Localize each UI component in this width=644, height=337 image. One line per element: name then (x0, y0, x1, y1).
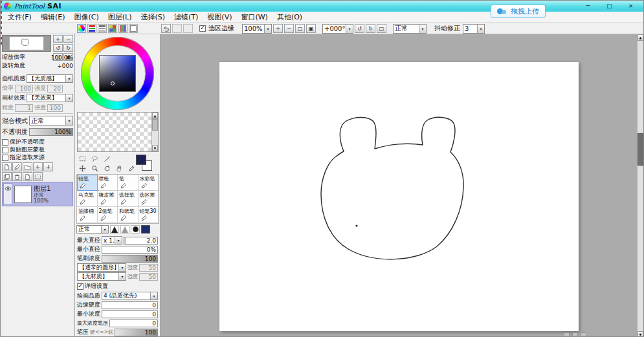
canvas-viewport[interactable] (161, 34, 638, 337)
merge-down-button[interactable] (43, 162, 53, 171)
menu-window[interactable]: 窗口(W) (236, 12, 272, 23)
tool-airbrush[interactable]: 喷枪 (98, 175, 118, 191)
scratchpad[interactable]: ▲ ▼ (77, 112, 159, 152)
tool-paper-pen[interactable]: 和纸笔 (118, 207, 139, 223)
pen-pressure-slider[interactable]: 100 (115, 329, 158, 336)
transfer-down-button[interactable] (33, 162, 43, 171)
selection-source-checkbox[interactable] (2, 155, 8, 161)
layer-mask-button[interactable] (33, 172, 43, 181)
move-tool[interactable] (77, 164, 87, 173)
preserve-opacity-checkbox[interactable] (2, 139, 8, 146)
paper-strength-slider[interactable]: 20 (47, 85, 63, 92)
scroll-down-button[interactable]: ▼ (638, 331, 643, 337)
menu-layer[interactable]: 图层(L) (104, 12, 137, 23)
navigator-rotate-cw-button[interactable]: ↻ (63, 44, 73, 52)
saturation-value-square[interactable] (100, 56, 135, 91)
menu-view[interactable]: 视图(V) (203, 12, 236, 23)
brush-blend-select[interactable]: 正常▾ (76, 225, 109, 234)
title-bar[interactable]: PaintTool SAI ─ □ × (1, 1, 643, 12)
scratchpad-scroll-up[interactable]: ▲ (152, 113, 158, 119)
tool-watercolor[interactable]: 水彩笔 (139, 175, 159, 191)
zoom-select[interactable]: 100%▾ (242, 24, 272, 34)
scratchpad-scroll-down[interactable]: ▼ (152, 145, 158, 151)
status-icon[interactable] (581, 332, 586, 337)
toolbar-button-2[interactable] (172, 24, 182, 33)
minimize-button[interactable]: ─ (579, 1, 597, 11)
undo-button[interactable] (161, 24, 171, 33)
color-wheel[interactable] (81, 37, 154, 110)
brush-texture-select[interactable]: 【无材质】▾ (77, 272, 126, 281)
diameter-unit-select[interactable]: x 1.0▾ (102, 236, 122, 245)
brush-tip-soft-icon[interactable] (120, 225, 129, 234)
material-effect-select[interactable]: 【无效果】▾ (27, 94, 73, 102)
zoom-reset-button[interactable]: ▣ (306, 24, 316, 33)
lasso-tool[interactable] (89, 155, 100, 163)
rotate-view-tool[interactable] (102, 164, 112, 173)
new-layer-set-button[interactable] (23, 162, 32, 171)
swatches-tab[interactable] (118, 24, 128, 33)
brush-shape-select[interactable]: 【通常的圆形】▾ (77, 263, 126, 272)
color-wheel-tab[interactable] (77, 24, 86, 33)
quality-select[interactable]: 4 (品质优先)▾ (102, 292, 158, 300)
tool-deselect-pen[interactable]: 选区擦 (139, 191, 159, 207)
brush-tip-hard-icon[interactable] (110, 225, 119, 234)
tool-bucket[interactable]: 油漆桶 (77, 207, 98, 223)
tool-binary-pen[interactable]: 2值笔 (98, 207, 118, 223)
scrollbar-thumb[interactable] (638, 133, 643, 166)
max-diameter-slider[interactable]: 2.0 (124, 237, 158, 245)
close-button[interactable]: × (621, 1, 640, 11)
menu-image[interactable]: 图像(C) (69, 12, 103, 23)
hsv-sliders-tab[interactable] (98, 24, 107, 33)
tool-select-pen[interactable]: 选择笔 (118, 191, 139, 207)
clear-layer-button[interactable] (23, 172, 32, 181)
brush-preview-swatch[interactable] (141, 225, 150, 234)
hand-tool[interactable] (114, 164, 124, 173)
menu-file[interactable]: 文件(F) (3, 12, 36, 23)
blend-mode-select[interactable]: 正常▾ (29, 116, 73, 125)
canvas-vertical-scrollbar[interactable]: ▲ ▼ (637, 34, 643, 337)
navigator-zoom-in-button[interactable]: + (53, 35, 63, 43)
rotate-cw-button[interactable]: ↻ (366, 24, 375, 33)
scratchpad-scrollbar[interactable]: ▲ ▼ (151, 113, 158, 151)
tool-marker[interactable]: 马克笔 (77, 191, 98, 207)
rect-select-tool[interactable] (77, 155, 87, 163)
rotate-ccw-button[interactable]: ↺ (355, 24, 364, 33)
brush-density-slider[interactable]: 100 (102, 255, 158, 263)
navigator-rotate-ccw-button[interactable]: ↺ (53, 44, 63, 52)
angle-select[interactable]: +000°▾ (322, 24, 353, 34)
tool-pen[interactable]: 笔 (118, 175, 139, 191)
tool-eraser[interactable]: 橡皮擦 (98, 191, 118, 207)
status-icon[interactable] (572, 332, 578, 337)
edge-hardness-slider[interactable]: 0 (102, 301, 158, 309)
paper-texture-select[interactable]: 【无质感】▾ (27, 74, 73, 83)
layer-thumbnail[interactable] (14, 186, 32, 203)
advanced-settings-checkbox[interactable] (77, 283, 83, 290)
menu-others[interactable]: 其他(O) (272, 12, 307, 23)
selection-mode-select[interactable]: 正常▾ (393, 24, 427, 34)
effect-strength-slider[interactable]: 100 (47, 104, 63, 112)
zoom-tool[interactable] (89, 164, 100, 173)
status-icon[interactable] (564, 332, 570, 337)
navigator-zoom-out-button[interactable]: − (63, 35, 73, 43)
shape-strength-slider[interactable]: 50 (139, 264, 158, 272)
zoom-out-button[interactable]: − (284, 24, 294, 33)
scratchpad-scroll-thumb[interactable] (152, 119, 158, 131)
effect-degree-slider[interactable]: 1 (15, 104, 33, 112)
drag-upload-button[interactable]: 拖拽上传 (491, 5, 546, 18)
layer-item-selected[interactable]: 图层1 正常 100% (2, 182, 73, 206)
angle-reset-button[interactable]: □ (377, 24, 386, 33)
zoom-fit-button[interactable]: □ (295, 24, 305, 33)
zoom-in-button[interactable]: + (273, 24, 283, 33)
tool-pencil30[interactable]: 铅笔30 (139, 207, 159, 223)
selection-edge-checkbox[interactable] (199, 25, 206, 32)
tool-pencil[interactable]: 铅笔 (77, 175, 98, 191)
primary-color-swatch[interactable] (136, 155, 146, 165)
menu-filter[interactable]: 滤镜(T) (170, 12, 203, 23)
stabilizer-select[interactable]: 3▾ (463, 24, 485, 34)
scroll-up-button[interactable]: ▲ (638, 34, 643, 41)
navigator-preview[interactable] (2, 35, 51, 52)
maximize-button[interactable]: □ (600, 1, 619, 11)
new-linework-layer-button[interactable] (12, 162, 22, 171)
brush-tip-round-icon[interactable] (131, 225, 140, 234)
scratchpad-tab[interactable] (129, 24, 138, 33)
